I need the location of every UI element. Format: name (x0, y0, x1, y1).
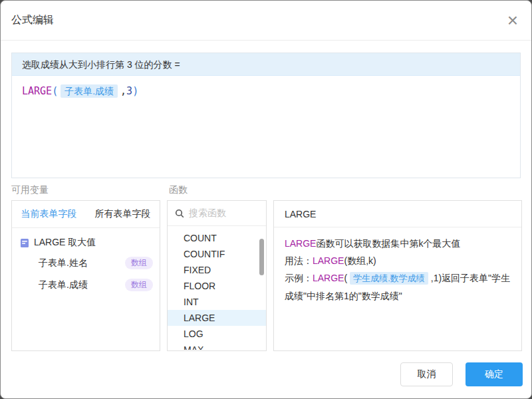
example-fn-name: LARGE (313, 273, 344, 283)
formula-function-name: LARGE (22, 85, 52, 97)
function-list-item[interactable]: LARGE (168, 310, 266, 326)
variables-panel: 当前表单字段 所有表单字段 LARGE 取大值 子表单.姓名数组子表单.成绩数组 (11, 200, 160, 351)
variable-field-name: 子表单.姓名 (39, 257, 88, 269)
function-search-input[interactable]: 搜索函数 (168, 201, 266, 226)
dialog-header: 公式编辑 × (1, 1, 531, 41)
function-list-item[interactable]: FIXED (168, 262, 266, 278)
function-list-item[interactable]: INT (168, 294, 266, 310)
example-label: 示例： (285, 273, 313, 283)
function-list-item[interactable]: LOG (168, 326, 266, 342)
tab-current-form-fields[interactable]: 当前表单字段 (12, 201, 86, 227)
usage-label: 用法： (285, 255, 313, 266)
formula-comma: , (120, 85, 126, 97)
variables-group-label: LARGE 取大值 (34, 237, 96, 249)
function-example-line: 示例：LARGE(学生成绩.数学成绩,1)返回子表单"学生成绩"中排名第1的"数… (285, 269, 511, 305)
variables-group-row[interactable]: LARGE 取大值 (12, 233, 160, 252)
form-icon (20, 238, 29, 248)
example-field-tag: 学生成绩.数学成绩 (350, 272, 428, 285)
function-description-line: LARGE函数可以获取数据集中第k个最大值 (285, 235, 511, 252)
variables-tabs: 当前表单字段 所有表单字段 (12, 201, 160, 228)
array-type-badge: 数组 (125, 257, 153, 269)
variables-section-label: 可用变量 (11, 184, 49, 196)
usage-signature: (数组,k) (344, 255, 376, 266)
array-type-badge: 数组 (125, 279, 153, 291)
scrollbar-thumb[interactable] (259, 239, 264, 275)
search-placeholder: 搜索函数 (189, 207, 226, 219)
function-detail-panel: LARGE LARGE函数可以获取数据集中第k个最大值 用法：LARGE(数组,… (273, 200, 522, 351)
detail-description-text: 函数可以获取数据集中第k个最大值 (316, 238, 460, 249)
function-usage-line: 用法：LARGE(数组,k) (285, 252, 511, 269)
function-list-item[interactable]: COUNTIF (168, 246, 266, 262)
formula-close-paren: ) (132, 85, 138, 97)
search-icon (175, 209, 184, 218)
close-icon[interactable]: × (507, 11, 518, 30)
confirm-button[interactable]: 确定 (466, 362, 523, 386)
detail-fn-name: LARGE (285, 238, 316, 249)
variable-field-name: 子表单.成绩 (39, 279, 88, 291)
variables-list: LARGE 取大值 子表单.姓名数组子表单.成绩数组 (12, 228, 160, 296)
formula-field-tag[interactable]: 子表单.成绩 (61, 84, 118, 98)
formula-editor[interactable]: LARGE(子表单.成绩,3) (12, 76, 520, 178)
formula-edit-dialog: 公式编辑 × 选取成绩从大到小排行第 3 位的分数 = LARGE(子表单.成绩… (0, 0, 532, 399)
example-open-paren: ( (344, 273, 347, 283)
function-detail-body: LARGE函数可以获取数据集中第k个最大值 用法：LARGE(数组,k) 示例：… (274, 227, 521, 312)
function-list: COUNTCOUNTIFFIXEDFLOORINTLARGELOGMAX (168, 226, 266, 350)
formula-open-paren: ( (52, 85, 58, 97)
tab-all-form-fields[interactable]: 所有表单字段 (86, 201, 160, 227)
formula-k-value: 3 (126, 85, 132, 97)
functions-panel: 搜索函数 COUNTCOUNTIFFIXEDFLOORINTLARGELOGMA… (167, 200, 267, 351)
function-list-item[interactable]: MAX (168, 342, 266, 350)
formula-box: 选取成绩从大到小排行第 3 位的分数 = LARGE(子表单.成绩,3) (11, 53, 521, 178)
usage-fn-name: LARGE (313, 255, 344, 266)
formula-description: 选取成绩从大到小排行第 3 位的分数 = (12, 53, 520, 76)
dialog-title: 公式编辑 (11, 13, 54, 27)
cancel-button[interactable]: 取消 (400, 362, 453, 386)
function-detail-title: LARGE (274, 201, 521, 227)
functions-section-label: 函数 (169, 184, 188, 196)
function-list-item[interactable]: FLOOR (168, 278, 266, 294)
function-list-item[interactable]: COUNT (168, 230, 266, 246)
variable-field-row[interactable]: 子表单.成绩数组 (12, 274, 160, 296)
variable-field-row[interactable]: 子表单.姓名数组 (12, 252, 160, 274)
